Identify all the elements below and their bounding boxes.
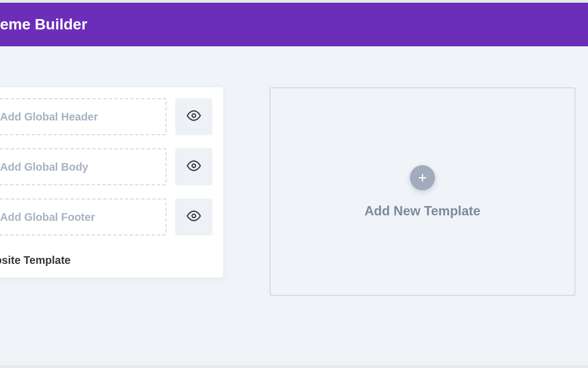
eye-icon: [187, 209, 201, 225]
add-new-template-button[interactable]: Add New Template: [270, 87, 575, 296]
visibility-toggle-footer[interactable]: [175, 198, 212, 236]
slot-row-body: Add Global Body: [0, 148, 212, 185]
eye-icon: [187, 159, 201, 175]
default-template-card: Add Global Header Add Global Body: [0, 87, 223, 277]
eye-icon: [187, 108, 201, 125]
slot-label: Add Global Header: [0, 111, 98, 123]
plus-icon: [410, 165, 435, 190]
add-new-template-label: Add New Template: [365, 203, 481, 219]
page-header: eme Builder: [0, 3, 588, 46]
slot-row-footer: Add Global Footer: [0, 198, 212, 236]
add-global-footer-button[interactable]: Add Global Footer: [0, 198, 167, 236]
svg-point-2: [192, 214, 196, 218]
svg-point-0: [192, 114, 196, 118]
add-global-header-button[interactable]: Add Global Header: [0, 98, 167, 135]
visibility-toggle-body[interactable]: [175, 148, 212, 185]
slot-label: Add Global Body: [0, 161, 88, 173]
page-title: eme Builder: [0, 16, 588, 33]
template-title: ebsite Template: [0, 254, 212, 267]
add-global-body-button[interactable]: Add Global Body: [0, 148, 167, 185]
slot-row-header: Add Global Header: [0, 98, 212, 135]
content-area: Add Global Header Add Global Body: [0, 46, 588, 329]
visibility-toggle-header[interactable]: [175, 98, 212, 135]
slot-label: Add Global Footer: [0, 211, 95, 224]
svg-point-1: [192, 164, 196, 168]
